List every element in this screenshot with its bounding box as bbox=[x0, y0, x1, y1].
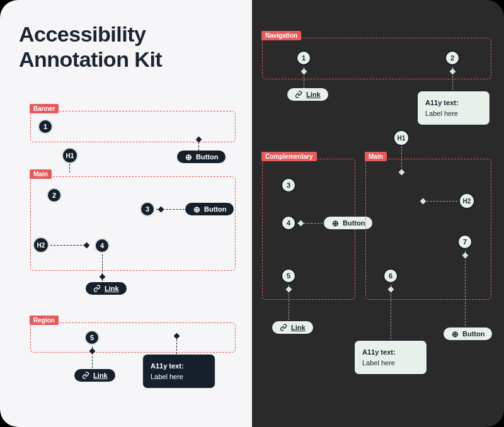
button-pill-dark-2: Button bbox=[444, 327, 492, 340]
link-icon bbox=[82, 372, 89, 379]
plus-icon bbox=[331, 219, 339, 227]
button-pill-light-1: Button bbox=[177, 151, 226, 163]
plus-icon bbox=[193, 205, 200, 213]
link-icon bbox=[93, 285, 101, 292]
link-icon bbox=[295, 91, 302, 98]
focus-node-5-light: 5 bbox=[84, 330, 100, 345]
region-main-light: Main bbox=[30, 176, 236, 271]
connector bbox=[198, 139, 199, 151]
connector bbox=[391, 285, 391, 339]
link-pill-dark-2: Link bbox=[272, 321, 313, 334]
page-title: Accessibility Annotation Kit bbox=[19, 21, 162, 72]
region-label-navigation: Navigation bbox=[261, 31, 301, 40]
region-label-main-dark: Main bbox=[365, 152, 387, 161]
focus-node-1-light: 1 bbox=[38, 119, 53, 134]
region-label-main-light: Main bbox=[30, 169, 52, 179]
a11y-text-box-light: A11y text: Label here bbox=[142, 354, 215, 389]
focus-node-6-dark: 6 bbox=[383, 268, 398, 283]
a11y-text-box-dark-1: A11y text: Label here bbox=[417, 91, 490, 125]
region-banner: Banner bbox=[30, 111, 236, 142]
annotation-kit-canvas: Accessibility Annotation Kit Banner 1 Bu… bbox=[0, 0, 504, 427]
button-pill-light-2: Button bbox=[185, 203, 234, 215]
link-pill-light-2: Link bbox=[74, 369, 115, 382]
a11y-text-box-dark-2: A11y text: Label here bbox=[354, 340, 427, 375]
focus-node-2-dark: 2 bbox=[445, 50, 460, 65]
heading-h1-dark: H1 bbox=[393, 130, 410, 146]
focus-node-7-dark: 7 bbox=[457, 234, 472, 249]
region-label-region-light: Region bbox=[30, 316, 59, 325]
focus-node-3-dark: 3 bbox=[281, 178, 296, 193]
region-label-complementary: Complementary bbox=[261, 152, 317, 161]
heading-h2-dark: H2 bbox=[459, 193, 475, 209]
connector bbox=[50, 245, 88, 246]
connector bbox=[423, 201, 457, 202]
link-pill-light-1: Link bbox=[86, 282, 127, 295]
link-icon bbox=[280, 324, 287, 331]
focus-node-2-light: 2 bbox=[47, 188, 62, 203]
plus-icon bbox=[185, 153, 192, 161]
focus-node-4-dark: 4 bbox=[281, 215, 296, 231]
focus-node-4-light: 4 bbox=[94, 238, 110, 253]
region-region-light: Region bbox=[30, 322, 236, 353]
plus-icon bbox=[451, 330, 459, 338]
heading-h2-light: H2 bbox=[33, 237, 49, 253]
region-label-banner: Banner bbox=[30, 104, 59, 113]
link-pill-dark-1: Link bbox=[287, 88, 328, 101]
focus-node-5-dark: 5 bbox=[281, 268, 296, 283]
region-complementary: Complementary bbox=[262, 159, 355, 300]
heading-h1-light: H1 bbox=[62, 147, 78, 164]
connector bbox=[69, 164, 70, 173]
focus-node-1-dark: 1 bbox=[296, 50, 311, 65]
connector bbox=[465, 251, 466, 326]
focus-node-3-light: 3 bbox=[140, 202, 155, 217]
